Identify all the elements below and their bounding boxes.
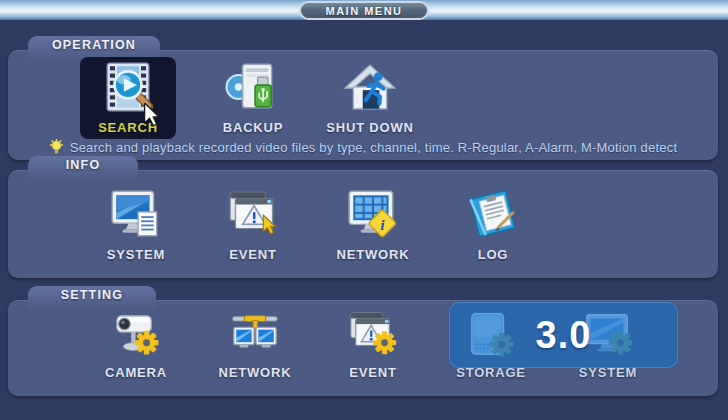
section-setting-tab: SETTING [28,286,156,310]
menu-item-search[interactable]: SEARCH [80,57,176,139]
menu-item-shutdown[interactable]: SHUT DOWN [322,59,418,135]
menu-item-info-event[interactable]: EVENT [205,186,301,262]
page-title: MAIN MENU [299,1,429,20]
menu-item-backup-label: BACKUP [223,120,283,135]
section-info: INFO SYSTEM [8,170,718,278]
section-info-label: INFO [66,158,101,172]
menu-item-setting-network[interactable]: NETWORK [207,308,303,380]
section-operation-label: OPERATION [52,38,136,52]
hint-text: Search and playback recorded video files… [70,140,677,155]
menu-item-info-system[interactable]: SYSTEM [88,186,184,262]
page-title-label: MAIN MENU [325,5,402,17]
version-overlay-badge: 3.0 [449,302,678,368]
menu-item-info-log[interactable]: LOG [445,186,541,262]
menu-item-setting-camera-label: CAMERA [105,365,167,380]
log-icon [465,186,521,242]
shutdown-icon [342,59,398,115]
menu-item-info-event-label: EVENT [229,247,276,262]
lightbulb-icon [49,139,64,155]
svg-text:i: i [380,216,385,233]
menu-item-setting-event-label: EVENT [349,365,396,380]
network-info-icon: i [345,186,401,242]
section-operation: OPERATION [8,50,718,160]
menu-item-shutdown-label: SHUT DOWN [326,120,413,135]
mouse-cursor-icon [144,103,161,128]
section-info-tab: INFO [28,156,138,180]
hint-bar: Search and playback recorded video files… [8,139,718,155]
menu-item-info-network-label: NETWORK [337,247,410,262]
backup-icon [225,59,281,115]
camera-icon [110,308,162,360]
menu-item-setting-network-label: NETWORK [219,365,292,380]
menu-item-backup[interactable]: BACKUP [205,59,301,135]
section-setting-label: SETTING [61,288,124,302]
menu-item-info-network[interactable]: i NETWORK [325,186,421,262]
version-overlay-text: 3.0 [536,314,592,357]
system-info-icon [108,186,164,242]
menu-item-setting-camera[interactable]: CAMERA [88,308,184,380]
event-setting-icon [347,308,399,360]
menu-item-info-log-label: LOG [478,247,509,262]
menu-item-setting-event[interactable]: EVENT [325,308,421,380]
event-info-icon [225,186,281,242]
network-setting-icon [229,308,281,360]
menu-item-info-system-label: SYSTEM [107,247,165,262]
dvr-main-menu-screen: MAIN MENU OPERATION [0,0,728,420]
